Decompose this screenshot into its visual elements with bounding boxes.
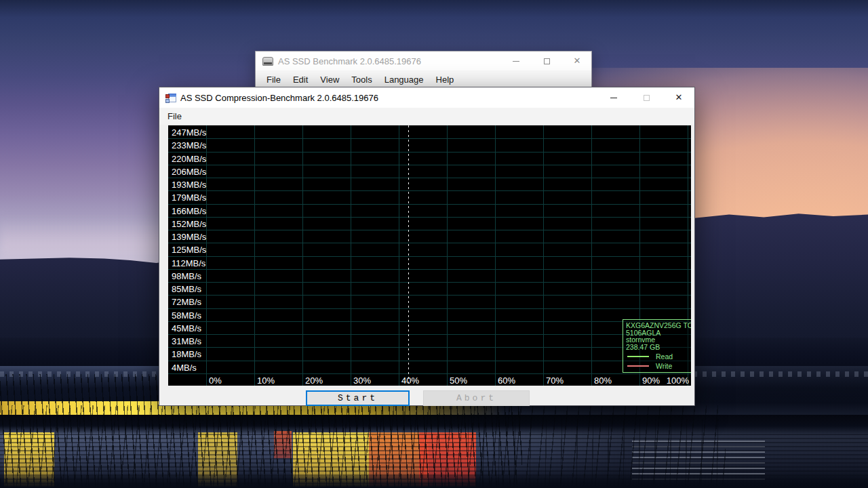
x-axis-tick: 80% [594,375,612,386]
grid-line-horizontal [168,269,691,270]
grid-line-horizontal [168,204,691,205]
y-axis-tick: 206MB/s [172,165,206,178]
x-axis-tick: 0% [209,375,222,386]
grid-line-vertical [399,125,399,386]
y-axis-tick: 247MB/s [172,126,206,139]
legend-capacity: 238.47 GB [626,344,691,351]
grid-line-horizontal [168,243,691,243]
legend-device: KXG6AZNV256G TO [626,322,691,329]
read-line-swatch [627,356,649,357]
grid-line-horizontal [168,217,691,218]
maximize-button[interactable] [542,56,551,66]
maximize-button[interactable] [642,93,651,102]
legend-driver: stornvme [626,336,691,344]
grid-line-horizontal [168,138,691,139]
menu-bar: File [159,108,694,125]
legend-entry-label: Read [656,353,673,361]
menu-item-view[interactable]: View [314,75,345,85]
y-axis-tick: 98MB/s [172,270,201,283]
menu-item-file[interactable]: File [260,75,287,85]
progress-cursor-line [408,125,409,386]
grid-line-horizontal [168,190,691,191]
title-bar[interactable]: AS SSD Benchmark 2.0.6485.19676 ✕ [256,52,591,70]
chart-legend: KXG6AZNV256G TO 5106AGLA stornvme 238.47… [623,319,691,373]
window-title: AS SSD Benchmark 2.0.6485.19676 [278,56,421,66]
grid-line-horizontal [168,256,691,257]
x-axis-tick: 50% [450,375,467,386]
grid-line-horizontal [168,347,691,348]
grid-line-vertical [591,125,592,386]
y-axis-tick: 4MB/s [172,361,197,374]
menu-item-file[interactable]: File [161,111,188,121]
y-axis-tick: 72MB/s [172,296,201,308]
title-bar[interactable]: AS SSD Compression-Benchmark 2.0.6485.19… [159,87,694,108]
menu-item-help[interactable]: Help [430,75,460,85]
grid-line-vertical [543,125,544,386]
grid-line-vertical [254,125,255,386]
grid-line-horizontal [168,295,691,296]
write-line-swatch [627,365,649,367]
x-axis-tick: 40% [401,375,419,386]
y-axis-tick: 220MB/s [172,152,206,165]
x-axis-tick: 60% [498,375,515,386]
y-axis-tick: 139MB/s [172,230,206,243]
grid-line-horizontal [168,373,691,374]
window-title: AS SSD Compression-Benchmark 2.0.6485.19… [180,93,378,103]
menu-item-language[interactable]: Language [378,75,430,85]
grid-line-horizontal [168,334,691,335]
x-axis-tick: 100% [667,375,689,386]
compression-benchmark-window: AS SSD Compression-Benchmark 2.0.6485.19… [159,87,695,406]
x-axis-tick: 30% [353,375,371,386]
x-axis-tick: 10% [257,375,275,386]
hdd-icon [262,57,273,66]
start-button[interactable]: Start [306,390,410,406]
y-axis-tick: 233MB/s [172,139,206,152]
x-axis-tick: 90% [642,375,660,386]
grid-line-vertical [447,125,448,386]
y-axis-tick: 112MB/s [172,257,205,270]
grid-line-horizontal [168,361,691,361]
grid-line-horizontal [168,282,691,283]
menu-bar: FileEditViewToolsLanguageHelp [256,70,591,89]
grid-line-horizontal [168,152,691,152]
menu-item-edit[interactable]: Edit [287,75,314,85]
y-axis-tick: 31MB/s [172,335,201,348]
y-axis-tick: 45MB/s [172,322,201,335]
grid-line-vertical [351,125,351,386]
grid-line-horizontal [168,178,691,178]
grid-line-horizontal [168,321,691,322]
grid-line-vertical [495,125,496,386]
legend-entry-label: Write [656,363,672,370]
y-axis-tick: 58MB/s [172,309,201,322]
chart-area: 247MB/s233MB/s220MB/s206MB/s193MB/s179MB… [168,125,691,386]
x-axis-tick: 20% [305,375,323,386]
y-axis-tick: 125MB/s [172,243,206,256]
grid-line-horizontal [168,165,691,165]
grid-line-horizontal [168,230,691,230]
abort-button[interactable]: Abort [423,390,530,406]
y-axis-tick: 152MB/s [172,218,206,230]
minimize-button[interactable] [511,56,521,66]
close-button[interactable]: ✕ [674,93,684,102]
y-axis-tick: 166MB/s [172,205,206,218]
y-axis-tick: 193MB/s [172,178,206,191]
y-axis-tick: 18MB/s [172,348,201,361]
minimize-button[interactable] [609,93,618,102]
x-axis-tick: 70% [546,375,564,386]
wallpaper-bottom [0,476,868,488]
legend-entry-write: Write [626,363,691,369]
close-button[interactable]: ✕ [572,56,582,66]
grid-line-horizontal [168,308,691,309]
legend-entry-read: Read [626,353,691,360]
y-axis-tick: 85MB/s [172,283,201,296]
menu-item-tools[interactable]: Tools [345,75,378,85]
winforms-form-icon [165,93,176,103]
desktop: AS SSD Benchmark 2.0.6485.19676 ✕ FileEd… [0,0,868,488]
y-axis-tick: 179MB/s [172,191,206,204]
grid-line-vertical [302,125,303,386]
